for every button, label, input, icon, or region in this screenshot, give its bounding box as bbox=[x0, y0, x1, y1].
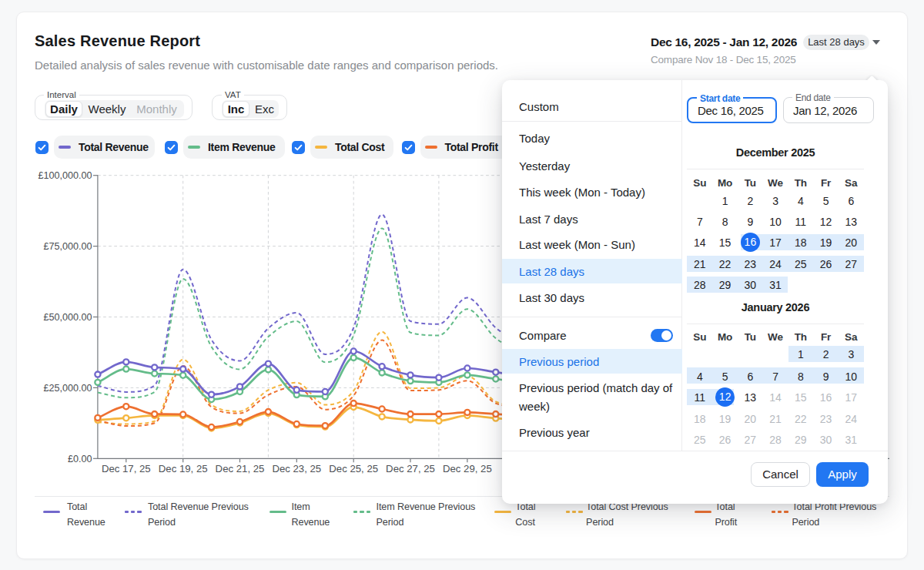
svg-text:£50,000.00: £50,000.00 bbox=[43, 312, 92, 323]
svg-text:Dec 27, 25: Dec 27, 25 bbox=[386, 463, 435, 474]
svg-text:£100,000.00: £100,000.00 bbox=[38, 170, 92, 181]
svg-text:Dec 17, 25: Dec 17, 25 bbox=[102, 463, 151, 474]
svg-text:Dec 29, 25: Dec 29, 25 bbox=[443, 463, 492, 474]
svg-text:£0.00: £0.00 bbox=[68, 454, 92, 464]
svg-text:£75,000.00: £75,000.00 bbox=[43, 241, 92, 252]
svg-text:Dec 23, 25: Dec 23, 25 bbox=[272, 463, 321, 474]
svg-text:Dec 25, 25: Dec 25, 25 bbox=[329, 463, 378, 474]
svg-text:£25,000.00: £25,000.00 bbox=[43, 383, 92, 394]
svg-text:Dec 21, 25: Dec 21, 25 bbox=[216, 463, 265, 474]
svg-text:Dec 19, 25: Dec 19, 25 bbox=[159, 463, 208, 474]
